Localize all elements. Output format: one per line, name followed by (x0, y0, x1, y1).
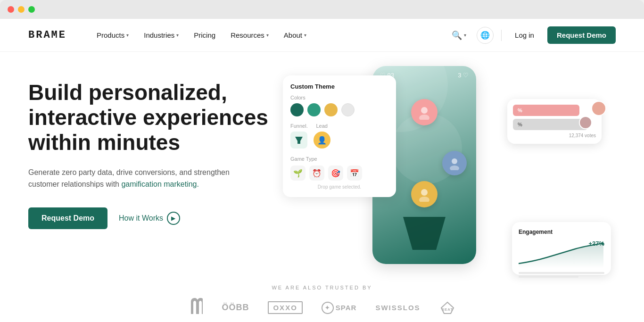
poll-bar-1-label: % (518, 107, 522, 113)
hero-request-demo-button[interactable]: Request Demo (28, 207, 107, 229)
game-icon-3[interactable]: 🎯 (328, 165, 343, 181)
svg-point-3 (452, 158, 457, 164)
funnel-bowl (401, 217, 448, 250)
request-demo-button[interactable]: Request Demo (547, 26, 616, 44)
language-selector[interactable]: 🌐 (477, 27, 494, 44)
engagement-chart: +27% (519, 240, 604, 268)
swatch-green[interactable] (307, 103, 321, 116)
funnel-icon (290, 132, 307, 149)
color-swatches (290, 103, 388, 116)
how-it-works-link[interactable]: How it Works ▶ (119, 212, 180, 225)
nav-right: 🔍 ▾ 🌐 Log in Request Demo (449, 26, 616, 44)
custom-theme-card: Custom Theme Colors Funnel. (283, 75, 396, 197)
game-icon-4[interactable]: 📅 (347, 165, 362, 181)
svg-point-2 (419, 115, 429, 120)
poll-avatar-2 (579, 116, 592, 129)
poll-votes: 12,374 votes (513, 133, 596, 138)
svg-point-6 (419, 197, 429, 202)
logo-swisslos: SWISSLOS (375, 304, 420, 312)
nav-item-about[interactable]: About ▾ (277, 27, 313, 43)
svg-marker-7 (403, 217, 446, 250)
trusted-label: WE ARE ALSO TRUSTED BY (0, 285, 644, 290)
poll-bar-2-label: % (518, 122, 522, 127)
nav-item-industries[interactable]: Industries ▾ (137, 27, 185, 43)
nav-item-products[interactable]: Products ▾ (90, 27, 135, 43)
nav-links: Products ▾ Industries ▾ Pricing Resource… (90, 27, 449, 43)
custom-theme-title: Custom Theme (290, 83, 388, 90)
hero-actions: Request Demo How it Works ▶ (28, 207, 273, 229)
page: BRAME Products ▾ Industries ▾ Pricing Re… (0, 19, 644, 322)
trusted-logos: ÖBB OXXO ✦ SPAR SWISSLOS SEAT (0, 298, 644, 317)
trusted-section: WE ARE ALSO TRUSTED BY ÖBB OXXO ✦ SPAR S… (0, 285, 644, 317)
brand-logo[interactable]: BRAME (28, 29, 66, 41)
funnel-label: Funnel. (290, 123, 308, 129)
close-button[interactable] (8, 6, 14, 13)
logo-obb: ÖBB (222, 303, 249, 313)
avatar-pink (411, 99, 438, 125)
game-icons-row: 🌱 ⏰ 🎯 📅 (290, 165, 388, 181)
chart-bar-placeholder (519, 272, 604, 274)
funnel-item: Funnel. (290, 123, 308, 149)
game-icon-2[interactable]: ⏰ (309, 165, 324, 181)
logo-oxxo: OXXO (268, 301, 302, 314)
chevron-down-icon: ▾ (266, 33, 269, 38)
poll-avatar-1 (591, 101, 606, 116)
hero-subtitle: Generate zero party data, drive conversi… (28, 166, 236, 190)
poll-bar-1: % (513, 105, 579, 116)
lead-label: Lead (316, 123, 327, 129)
avatar-gold (411, 181, 438, 207)
engagement-percentage: +27% (588, 240, 604, 247)
chart-bar-placeholder-2 (519, 276, 578, 278)
nav-item-pricing[interactable]: Pricing (187, 27, 222, 43)
minimize-button[interactable] (18, 6, 25, 13)
hero-title: Build personalized, interactive experien… (28, 80, 273, 155)
colors-label: Colors (290, 95, 388, 100)
game-type-label: Game Type (290, 156, 388, 162)
drop-game-text: Drop game selected. (290, 184, 388, 190)
engagement-card: Engagement +27% (512, 222, 611, 275)
chevron-down-icon: ▾ (304, 33, 306, 38)
play-icon: ▶ (167, 212, 180, 225)
svg-text:SEAT: SEAT (441, 307, 453, 312)
globe-icon: 🌐 (480, 31, 490, 40)
lead-item: Lead 👤 (314, 123, 330, 149)
heart-count-right: 3 ♡ (458, 72, 469, 79)
poll-card: % % 12,374 votes (507, 99, 602, 144)
hero-section: Build personalized, interactive experien… (0, 52, 644, 322)
lead-avatar: 👤 (314, 132, 330, 149)
swatch-light[interactable] (341, 103, 355, 116)
svg-point-4 (450, 165, 459, 170)
login-button[interactable]: Log in (509, 27, 540, 43)
navbar: BRAME Products ▾ Industries ▾ Pricing Re… (0, 19, 644, 52)
engagement-title: Engagement (519, 229, 604, 235)
swatch-teal[interactable] (290, 103, 304, 116)
chevron-down-icon: ▾ (176, 33, 179, 38)
swatch-yellow[interactable] (324, 103, 338, 116)
svg-point-1 (421, 107, 428, 114)
logo-seat: SEAT (439, 301, 455, 314)
svg-marker-0 (295, 137, 303, 144)
maximize-button[interactable] (28, 6, 35, 13)
chevron-down-icon: ▾ (464, 33, 466, 38)
chevron-down-icon: ▾ (126, 33, 129, 38)
svg-point-5 (421, 189, 428, 196)
logo-spar: ✦ SPAR (322, 302, 357, 314)
window-chrome (0, 0, 644, 19)
logo-mcdonalds (189, 298, 203, 317)
game-icon-1[interactable]: 🌱 (290, 165, 305, 181)
avatar-blue-dark (442, 151, 467, 175)
search-button[interactable]: 🔍 ▾ (449, 27, 469, 43)
nav-divider (501, 30, 502, 41)
poll-bar-2: % (513, 119, 587, 130)
nav-item-resources[interactable]: Resources ▾ (224, 27, 275, 43)
search-icon: 🔍 (452, 30, 462, 41)
funnel-lead-row: Funnel. Lead 👤 (290, 123, 388, 149)
